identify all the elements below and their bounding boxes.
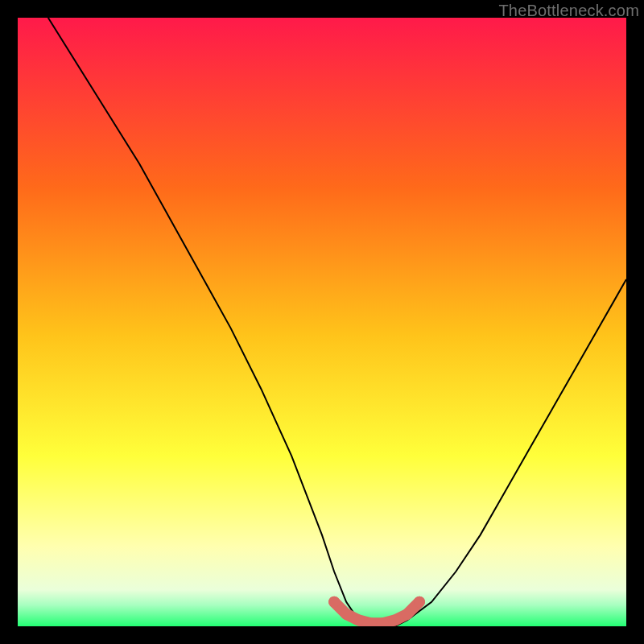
chart-frame: TheBottleneck.com (0, 0, 644, 644)
valley-marker (414, 597, 425, 608)
valley-marker (353, 614, 364, 625)
plot-area (18, 18, 626, 626)
valley-marker (402, 609, 413, 620)
valley-marker (390, 614, 401, 625)
valley-marker (341, 609, 352, 620)
valley-marker (328, 597, 340, 608)
bottleneck-chart (18, 18, 626, 626)
